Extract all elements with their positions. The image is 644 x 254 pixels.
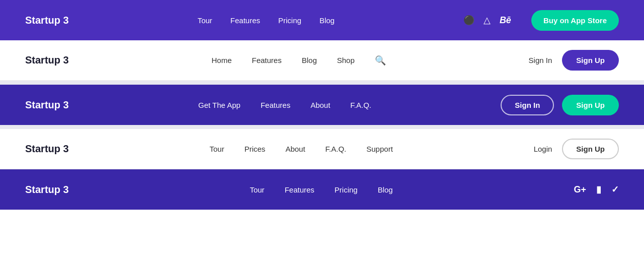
nav4-link-prices[interactable]: Prices <box>245 145 266 153</box>
navbar-4: Startup 3 Tour Prices About F.A.Q. Suppo… <box>0 129 644 169</box>
nav2-sign-up-button[interactable]: Sign Up <box>562 50 619 71</box>
buy-app-store-button[interactable]: Buy on App Store <box>531 10 619 31</box>
navbar-5: Startup 3 Tour Features Pricing Blog G+ … <box>0 169 644 210</box>
nav3-sign-in-button[interactable]: Sign In <box>501 95 554 115</box>
nav2-link-home[interactable]: Home <box>212 56 232 65</box>
nav5-link-features[interactable]: Features <box>285 185 314 194</box>
dribbble-icon[interactable]: ⚫ <box>463 15 474 26</box>
nav2-link-shop[interactable]: Shop <box>337 56 355 65</box>
nav5-logo: Startup 3 <box>25 184 69 196</box>
separator-2 <box>0 125 644 129</box>
instagram-icon[interactable]: △ <box>484 15 491 26</box>
nav3-auth: Sign In Sign Up <box>501 95 619 115</box>
nav4-auth: Login Sign Up <box>534 139 619 159</box>
nav5-links: Tour Features Pricing Blog <box>250 185 392 194</box>
navbar-1: Startup 3 Tour Features Pricing Blog ⚫ △… <box>0 0 644 40</box>
nav3-sign-up-button[interactable]: Sign Up <box>562 95 619 115</box>
nav1-link-tour[interactable]: Tour <box>198 16 212 25</box>
navbar-3: Startup 3 Get The App Features About F.A… <box>0 85 644 125</box>
nav4-link-support[interactable]: Support <box>366 145 393 153</box>
nav4-link-tour[interactable]: Tour <box>210 145 224 153</box>
nav3-logo: Startup 3 <box>25 99 69 111</box>
nav5-link-tour[interactable]: Tour <box>250 185 264 194</box>
separator-1 <box>0 81 644 85</box>
nav4-link-about[interactable]: About <box>285 145 305 153</box>
nav1-social-icons: ⚫ △ Bē <box>463 15 511 26</box>
nav1-link-pricing[interactable]: Pricing <box>278 16 301 25</box>
nav5-link-pricing[interactable]: Pricing <box>335 185 358 194</box>
navbar-2: Startup 3 Home Features Blog Shop 🔍 Sign… <box>0 40 644 81</box>
nav2-logo: Startup 3 <box>25 54 69 66</box>
nav3-link-about[interactable]: About <box>310 101 330 109</box>
facebook-icon[interactable]: ▮ <box>596 184 601 195</box>
nav1-link-features[interactable]: Features <box>230 16 260 25</box>
twitter-icon[interactable]: ✓ <box>611 184 619 195</box>
nav3-link-features[interactable]: Features <box>261 101 290 109</box>
nav1-logo: Startup 3 <box>25 15 69 26</box>
nav1-links: Tour Features Pricing Blog <box>198 16 335 25</box>
search-icon[interactable]: 🔍 <box>375 55 386 66</box>
google-plus-icon[interactable]: G+ <box>574 184 586 195</box>
nav2-links: Home Features Blog Shop 🔍 <box>212 55 386 66</box>
nav4-logo: Startup 3 <box>25 143 69 155</box>
nav2-sign-in[interactable]: Sign In <box>529 56 552 65</box>
nav5-link-blog[interactable]: Blog <box>378 185 393 194</box>
nav4-link-faq[interactable]: F.A.Q. <box>326 145 347 153</box>
behance-icon[interactable]: Bē <box>500 15 511 26</box>
nav5-social-icons: G+ ▮ ✓ <box>574 184 619 195</box>
nav1-link-blog[interactable]: Blog <box>319 16 335 25</box>
nav2-link-blog[interactable]: Blog <box>302 56 317 65</box>
nav3-link-faq[interactable]: F.A.Q. <box>350 101 371 109</box>
nav3-link-get-the-app[interactable]: Get The App <box>198 101 240 109</box>
nav4-login[interactable]: Login <box>534 145 552 153</box>
nav2-auth: Sign In Sign Up <box>529 50 619 71</box>
nav3-links: Get The App Features About F.A.Q. <box>198 101 371 109</box>
nav2-link-features[interactable]: Features <box>252 56 282 65</box>
nav4-sign-up-button[interactable]: Sign Up <box>562 139 619 159</box>
nav4-links: Tour Prices About F.A.Q. Support <box>210 145 393 153</box>
